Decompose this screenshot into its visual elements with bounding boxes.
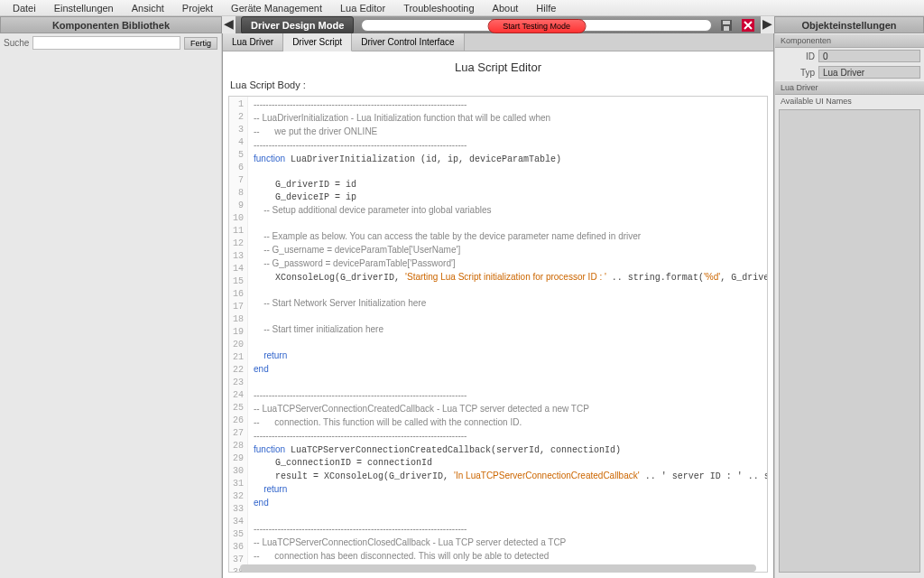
menu-einstellungen[interactable]: Einstellungen — [45, 1, 123, 15]
library-header: Komponenten Bibliothek — [0, 16, 222, 33]
tab-driver-control-interface[interactable]: Driver Control Interface — [352, 33, 464, 51]
collapse-right-icon[interactable]: ▶ — [761, 16, 774, 33]
menubar: DateiEinstellungenAnsichtProjektGeräte M… — [0, 0, 924, 16]
components-section: Komponenten — [775, 33, 924, 48]
code-body[interactable]: ----------------------------------------… — [248, 97, 767, 572]
collapse-left-icon[interactable]: ◀ — [222, 16, 236, 33]
available-names-label: Available UI Names — [775, 95, 924, 107]
available-names-list[interactable] — [779, 109, 920, 573]
menu-geräte-management[interactable]: Geräte Management — [222, 1, 331, 15]
library-panel: Suche Fertig — [0, 33, 222, 578]
svg-rect-2 — [724, 26, 729, 31]
code-editor[interactable]: 1 2 3 4 5 6 7 8 9 10 11 12 13 14 15 16 1… — [228, 96, 768, 573]
body-label: Lua Script Body : — [223, 78, 773, 96]
id-label: ID — [779, 51, 815, 61]
menu-about[interactable]: About — [484, 1, 528, 15]
luadriver-section: Lua Driver — [775, 80, 924, 95]
gutter: 1 2 3 4 5 6 7 8 9 10 11 12 13 14 15 16 1… — [229, 97, 248, 572]
tab-driver-script[interactable]: Driver Script — [283, 33, 352, 51]
horizontal-scrollbar[interactable] — [240, 564, 756, 572]
toolbar: Driver Design Mode Start Testing Mode — [236, 16, 761, 33]
toolbar-search[interactable]: Start Testing Mode — [361, 19, 712, 32]
menu-hilfe[interactable]: Hilfe — [527, 1, 565, 15]
editor-title: Lua Script Editor — [223, 51, 773, 78]
search-label: Suche — [4, 38, 29, 48]
typ-field[interactable]: Lua Driver — [818, 66, 920, 79]
svg-rect-1 — [723, 21, 730, 24]
menu-ansicht[interactable]: Ansicht — [123, 1, 173, 15]
save-icon[interactable] — [719, 18, 734, 33]
search-done-button[interactable]: Fertig — [184, 37, 217, 50]
close-icon[interactable] — [741, 18, 755, 33]
menu-lua-editor[interactable]: Lua Editor — [331, 1, 394, 15]
typ-label: Typ — [779, 68, 815, 78]
tabs: Lua DriverDriver ScriptDriver Control In… — [223, 33, 773, 51]
start-testing-button[interactable]: Start Testing Mode — [487, 19, 586, 33]
tab-lua-driver[interactable]: Lua Driver — [223, 33, 283, 51]
mode-badge: Driver Design Mode — [241, 16, 354, 34]
menu-projekt[interactable]: Projekt — [173, 1, 222, 15]
id-field[interactable]: 0 — [818, 50, 920, 62]
menu-troubleshooting[interactable]: Troubleshooting — [394, 1, 483, 15]
search-input[interactable] — [32, 36, 180, 50]
object-settings-panel: Komponenten ID 0 Typ Lua Driver Lua Driv… — [774, 33, 924, 578]
editor-panel: Lua DriverDriver ScriptDriver Control In… — [222, 33, 774, 578]
menu-datei[interactable]: Datei — [4, 1, 45, 15]
object-settings-header: Objekteinstellungen — [774, 16, 924, 33]
